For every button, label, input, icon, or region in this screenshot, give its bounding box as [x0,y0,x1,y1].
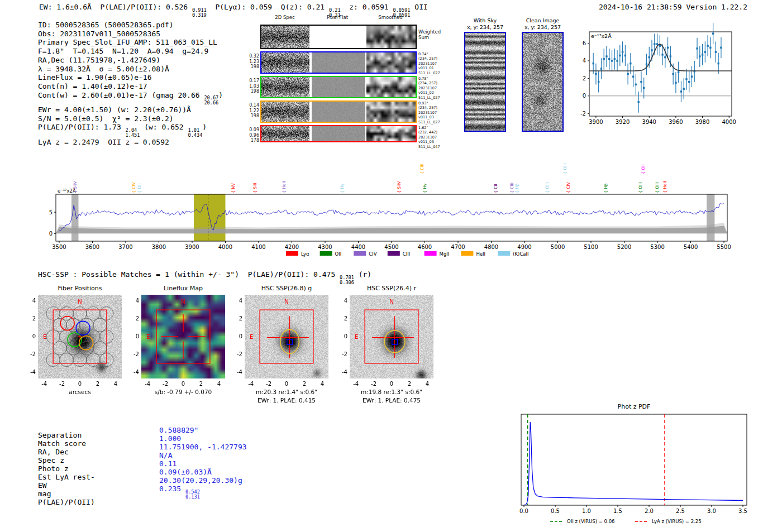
cutout-title: HSC SSP(26.8) g [225,285,348,292]
cutout-panel: NE [141,295,225,378]
data-point [696,47,698,49]
emission-line-label: { OII [641,165,646,174]
match-row-value: 0.09(±0.03)Å [159,468,247,476]
spec2d-column-header: Pixel Flat [309,15,365,20]
selected-fiber-circle [76,321,90,335]
data-point [683,88,685,90]
spec2d-row-annotation: 0.93"(234, 257)20231107v011_03511_LL_027 [418,101,452,124]
spec2d-image [366,26,416,48]
info-line: Cont(n) = 1.40(±0.12)e-17 [38,82,223,91]
compass-north: N [284,299,288,305]
annotation-line: 0.74" [418,52,452,56]
annotation-line: (234, 257) [418,56,452,61]
y-tick-label: -4 [334,369,347,375]
annotation-line: 20231107 [418,135,452,140]
data-point [717,63,719,64]
annotation-line: 511_LL_027 [418,71,452,75]
spec2d-image [366,126,416,141]
sky-panel-image [465,33,505,131]
legend-swatch [354,251,366,256]
emission-line-label: { Hβ [603,183,608,193]
spec2d-column-header: Smoothed [363,15,418,20]
annotation-line: 511_LL_027 [418,120,452,124]
data-point [622,51,623,52]
info-line: Obs: 20231107v011_5000528365 [38,30,223,39]
annotation-line: v011_03 [418,115,452,119]
units-annotation: e⁻¹⁷x2Å [591,33,612,39]
x-tick-label: 4500 [384,244,398,250]
annotation-line: 20231107 [418,86,452,90]
spec2d-row-annotation: 0.74"(234, 257)20231107v011_01511_LL_027 [418,52,452,75]
x-tick-label: 4 [211,381,227,387]
y-tick-label: 2 [22,315,36,322]
annotation-line: (232, 442) [418,130,452,135]
data-point [608,58,610,60]
x-tick-label: -2 [157,381,174,387]
x-tick-label: 3900 [589,119,603,125]
spec2d-row [260,125,417,142]
match-row-label: Separation [38,431,95,439]
spec2d-row-annotation: 0.78"(234, 257)20231107v011_02511_LL_027 [418,76,452,100]
data-point [632,76,634,78]
data-point [614,58,616,60]
match-labels-column: SeparationMatch scoreRA, DecSpec zPhoto … [38,431,95,506]
spec2d-image [312,126,365,141]
aperture-box [260,310,313,363]
legend-swatch [461,251,473,256]
cutout-panel: NE [245,295,328,378]
x-tick-label: 1.5 [613,508,622,514]
data-point [659,45,661,46]
data-point [611,60,613,61]
fiber-circle [60,306,73,320]
sky-panel-image-frame [522,32,564,132]
legend-label: OII z (VIRUS) = 0.06 [567,519,615,524]
match-row-label: Match score [38,439,95,448]
legend-label: LyA z (VIRUS) = 2.25 [652,519,702,524]
stacked-uncertainty: 0.5420.131 [185,490,200,500]
y-tick-label: 4 [126,298,139,304]
data-point [702,54,703,55]
data-point [678,71,679,73]
y-tick-label: -2 [22,351,36,357]
annotation-line: 20231107 [418,61,452,66]
data-point [688,81,690,83]
x-tick-label: 5300 [650,244,664,250]
info-line: RA,Dec (11.751978,-1.427649) [38,56,223,65]
stat-line: 1.03 [245,84,259,89]
match-row-label: RA, Dec [38,448,95,456]
data-point [675,82,676,84]
y-tick-label: 0 [126,333,139,339]
match-row-value: 1.000 [159,434,247,443]
hsc-match-header: HSC-SSP : Possible Matches = 1 (within +… [38,270,371,285]
legend-swatch [388,251,400,256]
sky-panel-image-frame [464,32,506,132]
x-tick-label: 0 [383,381,400,387]
data-point [654,43,655,45]
spec2d-image [366,52,416,73]
data-point [699,55,700,57]
x-tick-label: 2 [193,381,209,387]
annotation-line: 1.62" [418,126,452,130]
annotation-line: v011_03 [418,140,452,144]
x-tick-label: -4 [242,381,259,387]
photz-pdf-plot: Phot z PDF0.00.51.01.52.02.53.03.5OII z … [517,401,762,532]
x-tick-label: 4700 [451,244,465,250]
annotation-line: Sum [418,35,452,40]
y-tick-label: -2 [229,351,242,357]
emission-line-label: { OIII [638,182,643,193]
compass-north: N [389,299,393,305]
fiber-circle [73,353,87,366]
cutout-stat-line-2: EWr: 1. PLAE: 0.415 [228,397,345,404]
match-row-label: mag [38,490,95,498]
timestamp-version: 2024-10-16 21:38:59 Version 1.22.2 [581,3,747,11]
data-point [649,56,650,58]
data-point [598,81,599,83]
info-line: F=1.8" T=0.145 N=1.20 A=0.94 g=24.9 [38,47,223,56]
match-row-value: 0.588829" [159,426,247,434]
spec2d-image [312,52,365,73]
data-point [664,56,666,58]
x-tick-label: 3960 [669,119,683,125]
y-tick-label: 6 [583,40,586,46]
data-point [670,55,671,57]
fiber-circle [93,342,107,355]
